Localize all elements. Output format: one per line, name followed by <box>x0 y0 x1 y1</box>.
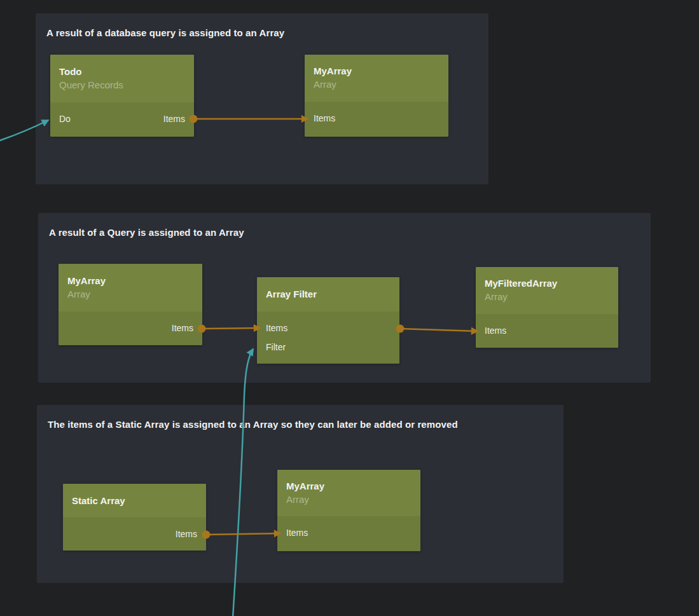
node-header: MyArray Array <box>59 264 202 311</box>
node-subtitle: Array <box>485 290 609 304</box>
node-body: Items <box>277 516 420 551</box>
group-title: A result of a Query is assigned to an Ar… <box>49 227 244 238</box>
node-header: MyArray Array <box>305 55 448 102</box>
node-header: MyArray Array <box>277 470 420 516</box>
node-title: Todo <box>59 65 185 78</box>
node-body: Items <box>476 314 618 348</box>
port-items-input[interactable]: Items <box>314 113 335 123</box>
node-body: Do Items <box>50 102 194 137</box>
node-title: MyArray <box>314 65 439 78</box>
group-title: A result of a database query is assigned… <box>46 27 284 38</box>
node-myarray-middle[interactable]: MyArray Array Items <box>59 264 202 345</box>
node-title: MyArray <box>67 275 193 287</box>
port-items-input[interactable]: Items <box>266 323 287 333</box>
node-static-array[interactable]: Static Array Items <box>63 484 206 551</box>
node-header: MyFilteredArray Array <box>476 267 618 314</box>
node-subtitle: Query Records <box>59 78 185 92</box>
node-body: Items <box>59 311 202 345</box>
group-title: The items of a Static Array is assigned … <box>48 419 458 430</box>
node-body: Items <box>305 102 448 137</box>
port-items-input[interactable]: Items <box>286 528 308 538</box>
node-body: Items <box>63 517 206 551</box>
node-title: Array Filter <box>266 288 391 301</box>
node-subtitle: Array <box>286 493 412 507</box>
port-items-output[interactable]: Items <box>163 114 185 124</box>
port-items-output[interactable]: Items <box>176 529 197 539</box>
node-subtitle: Array <box>314 78 439 92</box>
node-myfilteredarray[interactable]: MyFilteredArray Array Items <box>476 267 618 348</box>
node-header: Array Filter <box>257 277 399 311</box>
port-items-output[interactable]: Items <box>172 323 193 333</box>
node-title: Static Array <box>72 495 197 507</box>
node-title: MyArray <box>286 480 412 493</box>
node-body: Items Filter <box>257 311 399 364</box>
node-myarray-top[interactable]: MyArray Array Items <box>305 55 448 137</box>
node-title: MyFilteredArray <box>485 277 609 290</box>
port-items-input[interactable]: Items <box>485 325 506 336</box>
port-do-input[interactable]: Do <box>59 114 71 124</box>
node-array-filter[interactable]: Array Filter Items Filter <box>257 277 399 364</box>
node-editor-canvas[interactable]: A result of a database query is assigned… <box>0 0 699 616</box>
node-todo-query-records[interactable]: Todo Query Records Do Items <box>50 55 194 137</box>
node-header: Static Array <box>63 484 206 517</box>
node-myarray-bottom[interactable]: MyArray Array Items <box>277 470 420 551</box>
node-header: Todo Query Records <box>50 55 194 102</box>
node-subtitle: Array <box>67 287 193 301</box>
port-filter-input[interactable]: Filter <box>266 342 286 352</box>
